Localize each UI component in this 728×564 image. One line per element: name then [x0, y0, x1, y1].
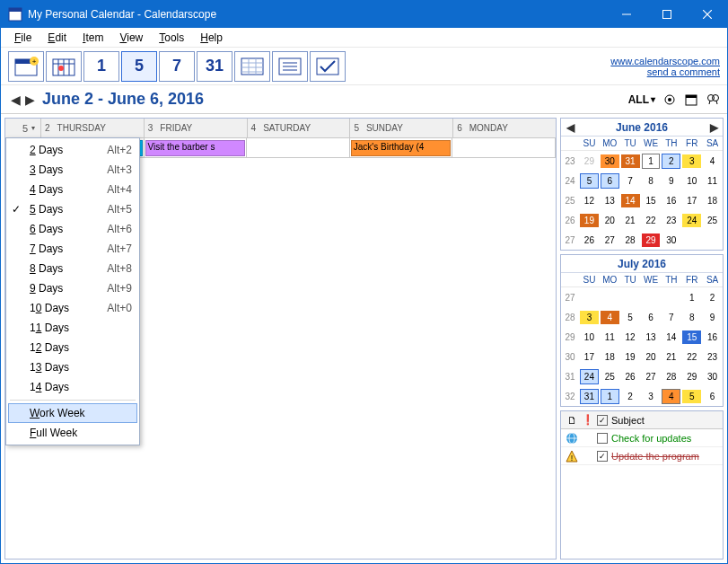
- minical-day[interactable]: [601, 295, 619, 299]
- minical-day[interactable]: 4: [703, 154, 722, 168]
- minical-day[interactable]: 9: [703, 311, 722, 324]
- minical-day[interactable]: 13: [642, 330, 661, 344]
- menu-item-7-days[interactable]: 7 DaysAlt+7: [8, 239, 137, 259]
- minical-day[interactable]: 25: [601, 370, 619, 383]
- menu-item-12-days[interactable]: 12 Days: [8, 338, 137, 357]
- check-all-icon[interactable]: ✓: [597, 415, 608, 426]
- minical-day[interactable]: 20: [642, 350, 661, 364]
- minical-day[interactable]: 3: [580, 311, 599, 324]
- task-row[interactable]: Check for updates: [561, 429, 723, 447]
- minical-day[interactable]: 7: [662, 311, 680, 324]
- minical-day[interactable]: 6: [601, 173, 619, 189]
- menu-item-6-days[interactable]: 6 DaysAlt+6: [8, 219, 137, 239]
- minical-day[interactable]: 8: [642, 174, 661, 188]
- toolbar-new-calendar-button[interactable]: +: [8, 51, 44, 82]
- minical-day[interactable]: 3: [642, 390, 661, 403]
- minical-day[interactable]: 9: [662, 174, 680, 188]
- menu-item-full-week[interactable]: Full Week: [8, 423, 137, 443]
- minical-day[interactable]: 8: [682, 311, 701, 324]
- col-header[interactable]: 5SUNDAY: [350, 119, 453, 137]
- menu-item-work-week[interactable]: Work Week: [8, 403, 137, 423]
- minical-day[interactable]: 30: [662, 234, 680, 247]
- minical-day[interactable]: 24: [580, 369, 599, 384]
- minical-day[interactable]: 18: [703, 194, 722, 207]
- minical-day[interactable]: 1: [601, 389, 619, 404]
- menu-item-3-days[interactable]: 3 DaysAlt+3: [8, 160, 137, 180]
- menu-item-5-days[interactable]: ✓5 DaysAlt+5: [8, 199, 137, 219]
- minical-day[interactable]: [682, 238, 701, 242]
- minical-day[interactable]: 25: [703, 214, 722, 227]
- minical-day[interactable]: 26: [621, 370, 640, 383]
- minical-day[interactable]: 29: [580, 154, 599, 168]
- minical-prev[interactable]: ◀: [563, 120, 577, 135]
- minical-day[interactable]: 20: [601, 214, 619, 227]
- minical-day[interactable]: 2: [703, 291, 722, 304]
- minical-day[interactable]: 22: [642, 214, 661, 227]
- col-header[interactable]: 2THURSDAY: [41, 119, 145, 137]
- minical-day[interactable]: 4: [601, 311, 619, 324]
- minical-day[interactable]: [703, 238, 722, 242]
- minicalendar-july[interactable]: July 2016SUMOTUWETHFRSA27122834567892910…: [560, 254, 724, 407]
- minical-day[interactable]: 14: [621, 194, 640, 207]
- minical-day[interactable]: 4: [662, 389, 680, 404]
- minical-day[interactable]: 26: [580, 234, 599, 247]
- minicalendar-june[interactable]: ◀▶June 2016SUMOTUWETHFRSA232930311234245…: [560, 118, 724, 251]
- toolbar-year-view-button[interactable]: [234, 51, 270, 82]
- next-range-button[interactable]: ▶: [22, 92, 37, 108]
- menu-item-8-days[interactable]: 8 DaysAlt+8: [8, 259, 137, 278]
- task-checkbox[interactable]: ✓: [597, 451, 608, 462]
- task-row[interactable]: !✓Update the program: [561, 447, 723, 465]
- minical-day[interactable]: 30: [601, 154, 619, 168]
- maximize-button[interactable]: [646, 1, 687, 28]
- minical-day[interactable]: 11: [703, 174, 722, 188]
- menu-item-2-days[interactable]: 2 DaysAlt+2: [8, 140, 137, 160]
- minical-day[interactable]: [642, 295, 661, 299]
- menu-item-13-days[interactable]: 13 Days: [8, 357, 137, 377]
- minical-day[interactable]: 15: [682, 330, 701, 344]
- minical-day[interactable]: 29: [682, 370, 701, 383]
- menu-edit[interactable]: Edit: [39, 30, 75, 46]
- filter-all-button[interactable]: ALL: [628, 93, 655, 106]
- toolbar-list-view-button[interactable]: [272, 51, 308, 82]
- col-header[interactable]: 4SATURDAY: [248, 119, 351, 137]
- minical-day[interactable]: 19: [580, 214, 599, 227]
- menu-tools[interactable]: Tools: [151, 30, 192, 46]
- minical-day[interactable]: 24: [682, 214, 701, 227]
- minical-day[interactable]: 14: [662, 330, 680, 344]
- minical-day[interactable]: 7: [621, 174, 640, 188]
- minical-day[interactable]: 23: [703, 350, 722, 364]
- minical-day[interactable]: 3: [682, 154, 701, 168]
- minical-day[interactable]: 2: [621, 390, 640, 403]
- minical-day[interactable]: 31: [621, 154, 640, 168]
- minical-day[interactable]: 19: [621, 350, 640, 364]
- col-header[interactable]: 6MONDAY: [453, 119, 556, 137]
- menu-item-9-days[interactable]: 9 DaysAlt+9: [8, 278, 137, 298]
- minical-day[interactable]: 29: [642, 234, 661, 247]
- menu-view[interactable]: View: [111, 30, 151, 46]
- minical-day[interactable]: [580, 295, 599, 299]
- minical-day[interactable]: 17: [682, 194, 701, 207]
- tasks-header-label[interactable]: Subject: [611, 415, 645, 426]
- minical-day[interactable]: 5: [580, 173, 599, 189]
- minical-day[interactable]: 11: [601, 330, 619, 344]
- minical-day[interactable]: 31: [580, 389, 599, 404]
- task-checkbox[interactable]: [597, 433, 608, 444]
- minical-next[interactable]: ▶: [706, 120, 721, 135]
- minical-day[interactable]: 21: [621, 214, 640, 227]
- minical-day[interactable]: 10: [580, 330, 599, 344]
- minical-day[interactable]: 2: [662, 154, 680, 169]
- minical-day[interactable]: 1: [682, 291, 701, 304]
- minical-day[interactable]: [621, 295, 640, 299]
- menu-item-10-days[interactable]: 10 DaysAlt+0: [8, 298, 137, 318]
- minical-day[interactable]: 1: [642, 154, 661, 169]
- allday-event-birthday[interactable]: Jack's Birthday (4: [351, 140, 452, 156]
- minical-day[interactable]: 15: [642, 194, 661, 207]
- new-task-icon[interactable]: 🗋: [565, 413, 579, 427]
- minical-day[interactable]: 12: [580, 194, 599, 207]
- menu-item-4-days[interactable]: 4 DaysAlt+4: [8, 180, 137, 199]
- minical-day[interactable]: 27: [642, 370, 661, 383]
- link-comment[interactable]: send a comment: [610, 66, 720, 77]
- link-website[interactable]: www.calendarscope.com: [610, 56, 720, 66]
- calendar-mini-icon[interactable]: [684, 93, 698, 107]
- toolbar-week-view-button[interactable]: 7: [159, 51, 195, 82]
